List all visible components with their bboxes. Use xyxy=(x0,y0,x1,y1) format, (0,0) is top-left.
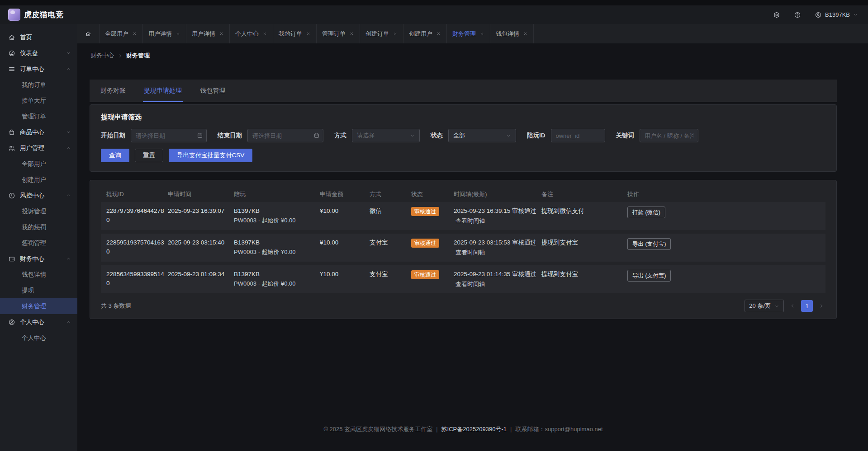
sidebar-group-finance[interactable]: 财务中心 xyxy=(0,251,77,267)
sidebar-item-finance-manage[interactable]: 财务管理 xyxy=(0,298,77,314)
tab-user-detail-2[interactable]: 用户详情 xyxy=(186,24,230,43)
tab-home[interactable] xyxy=(77,24,100,43)
tab-user-detail-1[interactable]: 用户详情 xyxy=(143,24,186,43)
table-header: 提现ID 申请时间 陪玩 申请金额 方式 状态 时间轴(最新) 备注 操作 xyxy=(101,187,825,202)
tab-finance-reconcile[interactable]: 财务对账 xyxy=(100,80,127,102)
sidebar-item-complaints[interactable]: 投诉管理 xyxy=(0,203,77,219)
close-icon[interactable] xyxy=(219,31,224,36)
close-icon[interactable] xyxy=(175,31,180,36)
companion-sub: PW0003 · 起始价 ¥0.00 xyxy=(234,247,317,257)
owner-id-label: 陪玩ID xyxy=(527,132,545,140)
sidebar-group-profile[interactable]: 个人中心 xyxy=(0,314,77,330)
sidebar-item-withdraw[interactable]: 提现 xyxy=(0,282,77,298)
logo-avatar xyxy=(8,9,20,21)
method-select[interactable]: 请选择 xyxy=(352,129,420,142)
owner-id-input[interactable] xyxy=(551,129,605,142)
sidebar-group-goods[interactable]: 商品中心 xyxy=(0,124,77,140)
sidebar-group-orders[interactable]: 订单中心 xyxy=(0,61,77,77)
close-icon[interactable] xyxy=(262,31,267,36)
copyright-text: © 2025 玄武区虎皮猫网络技术服务工作室 xyxy=(323,426,432,432)
chevron-up-icon xyxy=(66,319,71,324)
icp-link[interactable]: 苏ICP备2025209390号-1 xyxy=(441,426,507,432)
companion-sub: PW0003 · 起始价 ¥0.00 xyxy=(234,279,317,288)
close-icon[interactable] xyxy=(479,31,484,36)
close-icon[interactable] xyxy=(523,31,528,36)
pay-wechat-button[interactable]: 打款 (微信) xyxy=(627,207,665,218)
view-timeline-link[interactable]: 查看时间轴 xyxy=(455,217,485,225)
actions-cell: 打款 (微信) xyxy=(627,207,820,218)
close-icon[interactable] xyxy=(436,31,441,36)
sidebar-item-my-penalties[interactable]: 我的惩罚 xyxy=(0,219,77,235)
status-label: 状态 xyxy=(431,132,443,140)
user-menu[interactable]: B1397KB xyxy=(815,11,858,19)
export-alipay-button[interactable]: 导出 (支付宝) xyxy=(627,238,671,250)
tab-all-users[interactable]: 全部用户 xyxy=(100,24,143,43)
tab-profile[interactable]: 个人中心 xyxy=(230,24,273,43)
header-actions: B1397KB xyxy=(773,11,858,19)
dashboard-icon xyxy=(8,50,15,57)
sidebar-item-wallet-detail[interactable]: 钱包详情 xyxy=(0,267,77,282)
users-icon xyxy=(8,145,15,152)
col-remark: 备注 xyxy=(541,190,625,198)
apply-time: 2025-09-23 01:09:34 xyxy=(168,270,231,279)
col-method: 方式 xyxy=(370,190,408,198)
page-number-current[interactable]: 1 xyxy=(801,300,813,312)
companion-sub: PW0003 · 起始价 ¥0.00 xyxy=(234,216,317,225)
companion-cell: B1397KB PW0003 · 起始价 ¥0.00 xyxy=(234,207,317,225)
end-date-input[interactable] xyxy=(247,129,323,142)
keyword-input[interactable] xyxy=(640,129,698,142)
tab-my-orders[interactable]: 我的订单 xyxy=(273,24,317,43)
export-alipay-csv-button[interactable]: 导出支付宝批量支付CSV xyxy=(169,149,252,162)
sidebar-group-risk[interactable]: 风控中心 xyxy=(0,188,77,203)
sidebar-item-home[interactable]: 首页 xyxy=(0,29,77,45)
sidebar-item-create-user[interactable]: 创建用户 xyxy=(0,172,77,188)
start-date-input[interactable] xyxy=(131,129,207,142)
timeline-cell: 2025-09-23 01:14:35 审核通过 查看时间轴 xyxy=(454,270,539,288)
prev-page-button[interactable] xyxy=(788,303,797,309)
export-alipay-button[interactable]: 导出 (支付宝) xyxy=(627,270,671,282)
close-icon[interactable] xyxy=(306,31,311,36)
finance-icon xyxy=(8,255,15,263)
query-button[interactable]: 查询 xyxy=(101,149,129,162)
col-actions: 操作 xyxy=(627,190,820,198)
sidebar-group-dashboard[interactable]: 仪表盘 xyxy=(0,45,77,61)
sidebar-item-order-hall[interactable]: 接单大厅 xyxy=(0,93,77,108)
close-icon[interactable] xyxy=(132,31,137,36)
content-tabs: 财务对账 提现申请处理 钱包管理 xyxy=(90,80,837,102)
view-timeline-link[interactable]: 查看时间轴 xyxy=(455,280,485,288)
breadcrumb-parent[interactable]: 财务中心 xyxy=(90,52,114,60)
window-top-strip xyxy=(0,0,868,5)
withdraw-id: 228595193757041630 xyxy=(106,238,165,256)
tab-withdraw-requests[interactable]: 提现申请处理 xyxy=(143,80,183,102)
settings-button[interactable] xyxy=(773,11,780,19)
page-size-select[interactable]: 20 条/页 xyxy=(745,300,784,312)
filter-title: 提现申请筛选 xyxy=(101,113,825,122)
tab-create-user[interactable]: 创建用户 xyxy=(403,24,447,43)
sidebar-item-manage-orders[interactable]: 管理订单 xyxy=(0,108,77,124)
timeline-cell: 2025-09-23 16:39:15 审核通过 查看时间轴 xyxy=(454,207,539,225)
sidebar-item-penalty-manage[interactable]: 惩罚管理 xyxy=(0,235,77,251)
chevron-up-icon xyxy=(66,146,71,150)
tab-wallet-detail[interactable]: 钱包详情 xyxy=(490,24,534,43)
sidebar-item-my-orders[interactable]: 我的订单 xyxy=(0,77,77,93)
status-badge: 审核通过 xyxy=(411,270,439,279)
view-timeline-link[interactable]: 查看时间轴 xyxy=(455,249,485,257)
status-cell: 审核通过 xyxy=(411,238,451,248)
brand: 虎皮猫电竞 xyxy=(8,9,64,21)
tab-wallet-manage[interactable]: 钱包管理 xyxy=(199,80,226,102)
tab-manage-orders[interactable]: 管理订单 xyxy=(317,24,360,43)
tab-create-order[interactable]: 创建订单 xyxy=(360,24,403,43)
reset-button[interactable]: 重置 xyxy=(135,149,163,162)
status-select[interactable]: 全部 xyxy=(448,129,516,142)
close-icon[interactable] xyxy=(349,31,354,36)
close-icon[interactable] xyxy=(393,31,398,36)
companion-cell: B1397KB PW0003 · 起始价 ¥0.00 xyxy=(234,270,317,288)
sidebar-item-all-users[interactable]: 全部用户 xyxy=(0,156,77,172)
tab-finance-manage[interactable]: 财务管理 xyxy=(447,24,490,43)
sidebar-item-profile[interactable]: 个人中心 xyxy=(0,330,77,346)
help-button[interactable] xyxy=(794,11,801,19)
sidebar-group-users[interactable]: 用户管理 xyxy=(0,140,77,156)
apply-time: 2025-09-23 16:39:07 xyxy=(168,207,231,216)
next-page-button[interactable] xyxy=(817,303,825,309)
filter-buttons: 查询 重置 导出支付宝批量支付CSV xyxy=(101,149,825,162)
